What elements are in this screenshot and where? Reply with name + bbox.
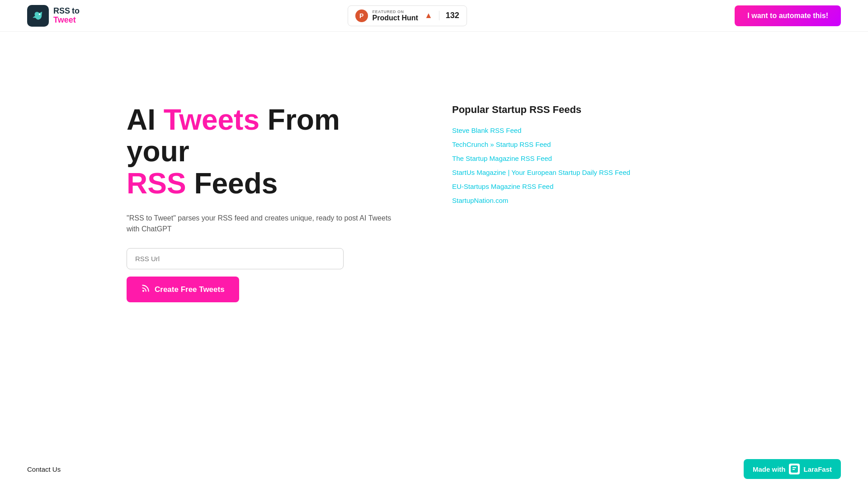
contact-us-link[interactable]: Contact Us	[27, 465, 61, 473]
product-hunt-arrow-icon: ▲	[425, 11, 433, 20]
sidebar-section: Popular Startup RSS Feeds Steve Blank RS…	[452, 104, 630, 204]
hero-title: AI Tweets From your RSS Feeds	[127, 104, 398, 199]
product-hunt-badge[interactable]: P FEATURED ON Product Hunt ▲ 132	[348, 5, 467, 26]
svg-point-1	[142, 290, 144, 292]
logo[interactable]: RSS to Tweet	[27, 5, 80, 27]
product-hunt-icon: P	[355, 9, 368, 22]
rss-url-input[interactable]	[127, 248, 344, 269]
feed-link[interactable]: The Startup Magazine RSS Feed	[452, 155, 630, 162]
product-hunt-count: 132	[439, 11, 459, 20]
svg-point-0	[39, 13, 41, 15]
feed-link[interactable]: EU-Startups Magazine RSS Feed	[452, 183, 630, 190]
logo-bird-icon	[27, 5, 49, 27]
hero-subtitle: "RSS to Tweet" parses your RSS feed and …	[127, 213, 398, 235]
feed-link[interactable]: TechCrunch » Startup RSS Feed	[452, 141, 630, 148]
feed-link[interactable]: StartUs Magazine | Your European Startup…	[452, 169, 630, 176]
sidebar-title: Popular Startup RSS Feeds	[452, 104, 630, 116]
rss-icon	[141, 284, 150, 295]
made-with-larafast-badge[interactable]: Made with LaraFast	[744, 459, 841, 479]
feed-links-list: Steve Blank RSS FeedTechCrunch » Startup…	[452, 127, 630, 204]
logo-text: RSS to Tweet	[53, 7, 80, 25]
larafast-icon	[789, 464, 800, 474]
feed-link[interactable]: StartupNation.com	[452, 197, 630, 204]
feed-link[interactable]: Steve Blank RSS Feed	[452, 127, 630, 134]
create-free-tweets-button[interactable]: Create Free Tweets	[127, 277, 239, 302]
hero-section: AI Tweets From your RSS Feeds "RSS to Tw…	[127, 104, 398, 302]
product-hunt-text: FEATURED ON Product Hunt	[373, 9, 418, 22]
automate-button[interactable]: I want to automate this!	[735, 5, 841, 26]
